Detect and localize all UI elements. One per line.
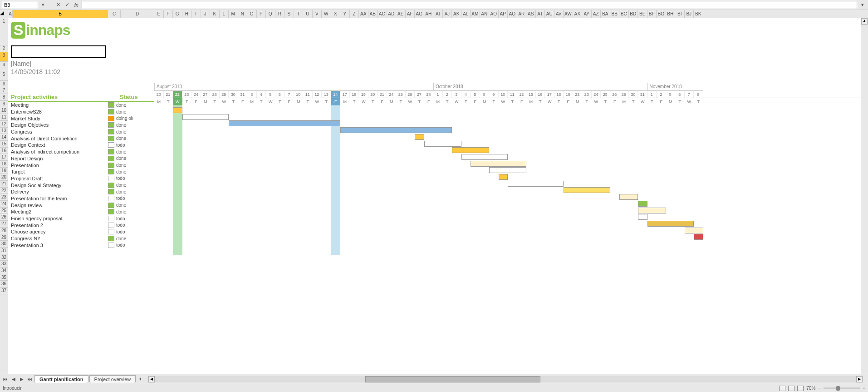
row-header-15[interactable]: 15 (0, 141, 8, 148)
col-header-AH[interactable]: AH (424, 10, 434, 18)
row-header-23[interactable]: 23 (0, 194, 8, 201)
activity-row[interactable]: Meetingdone (8, 102, 154, 109)
gantt-bar[interactable] (424, 141, 461, 147)
col-header-E[interactable]: E (154, 10, 164, 18)
col-header-AU[interactable]: AU (545, 10, 554, 18)
gantt-bar[interactable] (173, 107, 182, 113)
gantt-bar[interactable] (452, 147, 489, 153)
row-header-31[interactable]: 31 (0, 248, 8, 254)
title-input-cell[interactable] (11, 45, 106, 58)
row-header-5[interactable]: 5 (0, 71, 8, 81)
activity-row[interactable]: Analysis of indirect competitiondone (8, 149, 154, 155)
prev-sheet-icon[interactable]: ◀ (10, 376, 17, 383)
row-header-3[interactable]: 3 (0, 52, 8, 62)
scroll-right-icon[interactable]: ▶ (856, 376, 863, 382)
col-header-AF[interactable]: AF (406, 10, 415, 18)
col-header-AZ[interactable]: AZ (592, 10, 601, 18)
gantt-bar[interactable] (182, 114, 229, 120)
col-header-AL[interactable]: AL (461, 10, 471, 18)
first-sheet-icon[interactable]: ⏮ (2, 376, 9, 383)
row-header-32[interactable]: 32 (0, 254, 8, 261)
col-header-AJ[interactable]: AJ (443, 10, 452, 18)
col-header-AS[interactable]: AS (526, 10, 536, 18)
col-header-AX[interactable]: AX (573, 10, 583, 18)
gantt-bar[interactable] (564, 187, 610, 193)
col-header-BI[interactable]: BI (675, 10, 685, 18)
gantt-bar[interactable] (461, 154, 508, 160)
row-header-36[interactable]: 36 (0, 281, 8, 288)
row-header-30[interactable]: 30 (0, 241, 8, 248)
row-header-12[interactable]: 12 (0, 121, 8, 128)
gantt-bar[interactable] (638, 214, 647, 220)
gantt-bar[interactable] (638, 208, 666, 213)
activity-row[interactable]: Design reviewdone (8, 202, 154, 208)
col-header-T[interactable]: T (294, 10, 304, 18)
col-header-AM[interactable]: AM (471, 10, 480, 18)
row-header-20[interactable]: 20 (0, 174, 8, 181)
formula-input[interactable] (82, 1, 857, 9)
col-header-BF[interactable]: BF (647, 10, 657, 18)
col-header-J[interactable]: J (201, 10, 211, 18)
cancel-formula-icon[interactable]: ✕ (54, 1, 62, 9)
col-header-AT[interactable]: AT (536, 10, 545, 18)
col-header-F[interactable]: F (164, 10, 173, 18)
col-header-AB[interactable]: AB (368, 10, 378, 18)
cell-reference-input[interactable] (2, 1, 38, 9)
col-header-AW[interactable]: AW (564, 10, 573, 18)
row-header-16[interactable]: 16 (0, 148, 8, 154)
vertical-scrollbar[interactable]: ▲ (861, 18, 868, 374)
row-header-35[interactable]: 35 (0, 274, 8, 281)
col-header-AG[interactable]: AG (415, 10, 424, 18)
col-header-M[interactable]: M (229, 10, 238, 18)
col-header-BB[interactable]: BB (610, 10, 620, 18)
col-header-BD[interactable]: BD (629, 10, 638, 18)
col-header-AR[interactable]: AR (517, 10, 527, 18)
row-header-29[interactable]: 29 (0, 234, 8, 241)
row-header-10[interactable]: 10 (0, 107, 8, 114)
activity-row[interactable]: Presentation 2todo (8, 222, 154, 228)
view-normal-icon[interactable] (779, 386, 785, 391)
activity-row[interactable]: Finish agency proposaltodo (8, 215, 154, 222)
col-header-AP[interactable]: AP (499, 10, 508, 18)
col-header-L[interactable]: L (220, 10, 229, 18)
zoom-slider[interactable] (824, 387, 860, 389)
activity-row[interactable]: Meeting2done (8, 208, 154, 215)
row-header-13[interactable]: 13 (0, 128, 8, 134)
fx-icon[interactable]: fx (73, 1, 80, 9)
row-header-18[interactable]: 18 (0, 161, 8, 168)
col-header-R[interactable]: R (275, 10, 285, 18)
activity-row[interactable]: Congressdone (8, 129, 154, 135)
row-header-25[interactable]: 25 (0, 208, 8, 214)
row-header-4[interactable]: 4 (0, 62, 8, 71)
col-header-Y[interactable]: Y (340, 10, 350, 18)
activity-row[interactable]: EnterviewS28done (8, 109, 154, 115)
activity-row[interactable]: Choose agencytodo (8, 228, 154, 235)
cell-ref-dropdown-icon[interactable]: ▾ (40, 2, 46, 8)
col-header-BH[interactable]: BH (666, 10, 676, 18)
activity-row[interactable]: Proposal Drafttodo (8, 175, 154, 182)
col-header-AA[interactable]: AA (359, 10, 368, 18)
new-sheet-icon[interactable]: ✦ (137, 376, 144, 383)
col-header-AQ[interactable]: AQ (508, 10, 517, 18)
col-header-X[interactable]: X (331, 10, 341, 18)
col-header-AD[interactable]: AD (387, 10, 397, 18)
row-header-11[interactable]: 11 (0, 114, 8, 121)
accept-formula-icon[interactable]: ✓ (64, 1, 71, 9)
view-break-icon[interactable] (797, 386, 804, 391)
activity-row[interactable]: Design Contexttodo (8, 142, 154, 149)
row-header-19[interactable]: 19 (0, 168, 8, 174)
col-header-BG[interactable]: BG (657, 10, 666, 18)
activity-row[interactable]: Market Studydoing ok (8, 115, 154, 122)
activity-row[interactable]: Deliverydone (8, 189, 154, 195)
view-layout-icon[interactable] (788, 386, 794, 391)
row-header-28[interactable]: 28 (0, 228, 8, 234)
expand-formula-icon[interactable]: ▾ (859, 1, 866, 9)
col-header-BJ[interactable]: BJ (685, 10, 694, 18)
zoom-in-icon[interactable]: + (863, 386, 865, 391)
activity-row[interactable]: Presentation 3todo (8, 242, 154, 248)
row-header-17[interactable]: 17 (0, 154, 8, 161)
col-header-BA[interactable]: BA (601, 10, 610, 18)
gantt-bar[interactable] (340, 127, 452, 133)
activity-row[interactable]: Analysis of Direct Competitiondone (8, 135, 154, 142)
activity-row[interactable]: Report Designdone (8, 155, 154, 162)
